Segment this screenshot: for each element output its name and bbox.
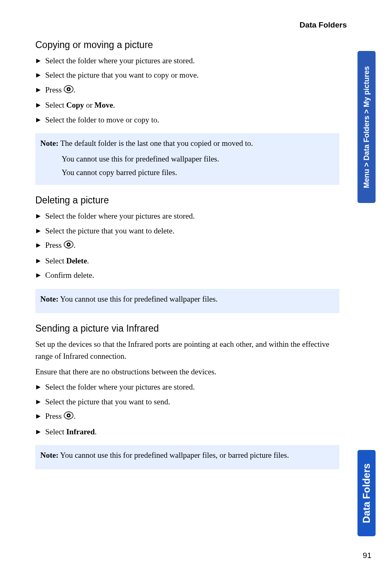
svg-point-5 [68,244,69,245]
step-text: . [87,256,89,265]
note-line: You cannot use this for predefined wallp… [62,153,334,165]
note-label: Note: [40,295,58,303]
steps-infrared: Select the folder where your pictures ar… [35,381,339,438]
note-line: Note: You cannot use this for predefined… [40,449,334,461]
page-number: 91 [363,551,371,560]
side-tab-section: Data Folders [357,450,376,536]
page: Data Folders Menu > Data Folders > My pi… [0,0,392,579]
note-line: Note: The default folder is the last one… [40,137,334,149]
page-header: Data Folders [35,21,367,30]
step-text: Press [45,241,64,249]
header-title: Data Folders [300,21,347,29]
step-text: . [113,101,115,109]
step: Select Infrared. [44,426,339,438]
step: Press . [44,239,339,252]
step-text: . [95,427,97,436]
step: Select the picture that you want to copy… [44,69,339,81]
note-label: Note: [40,451,58,459]
note-box-infrared: Note: You cannot use this for predefined… [35,445,339,469]
step-text: Select the picture that you want to send… [45,397,170,406]
step: Press . [44,410,339,423]
note-line: Note: You cannot use this for predefined… [40,293,334,305]
note-text: You cannot use this for predefined wallp… [58,451,289,459]
step: Confirm delete. [44,269,339,281]
step: Select the picture that you want to dele… [44,225,339,237]
heading-infrared: Sending a picture via Infrared [35,323,339,334]
svg-point-8 [68,415,69,416]
steps-delete: Select the folder where your pictures ar… [35,210,339,281]
step-text: Select the folder where your pictures ar… [45,56,195,65]
step-text: Select [45,101,66,109]
para: Set up the devices so that the Infrared … [35,338,339,362]
bold-move: Move [95,101,113,109]
note-box-copy-move: Note: The default folder is the last one… [35,133,339,185]
ok-key-icon [64,240,74,252]
step: Select Copy or Move. [44,99,339,111]
step-text: Press [45,412,64,420]
side-tab-top-wrap: Menu > Data Folders > My pictures [357,51,376,206]
note-label: Note: [40,139,58,148]
step: Select the folder to move or copy to. [44,114,339,126]
step-text: Select the folder to move or copy to. [45,115,159,124]
step-text: Select the picture that you want to copy… [45,71,199,79]
step-text: Select the folder where your pictures ar… [45,212,195,220]
ok-key-icon [64,85,74,97]
heading-delete: Deleting a picture [35,195,339,206]
bold-copy: Copy [66,101,84,109]
note-text: You cannot use this for predefined wallp… [58,295,217,303]
note-text: The default folder is the last one that … [58,139,253,148]
step-text: or [84,101,94,109]
svg-point-2 [68,88,69,90]
breadcrumb-text: Menu > Data Folders > My pictures [362,66,371,188]
steps-copy-move: Select the folder where your pictures ar… [35,55,339,126]
side-tab-breadcrumb: Menu > Data Folders > My pictures [357,51,376,203]
heading-copy-move: Copying or moving a picture [35,39,339,51]
step: Press . [44,84,339,97]
step-text: Select [45,427,66,436]
step-text: Confirm delete. [45,271,94,279]
bold-delete: Delete [66,256,87,265]
step: Select the folder where your pictures ar… [44,55,339,67]
side-tab-bottom-wrap: Data Folders [357,450,376,540]
note-line: You cannot copy barred picture files. [62,166,334,178]
step-text: . [74,412,76,420]
step: Select the folder where your pictures ar… [44,210,339,222]
ok-key-icon [64,411,74,423]
step-text: Select the folder where your pictures ar… [45,383,195,391]
step-text: Select [45,256,66,265]
step-text: Press [45,85,64,94]
para: Ensure that there are no obstructions be… [35,366,339,378]
step: Select the folder where your pictures ar… [44,381,339,393]
note-box-delete: Note: You cannot use this for predefined… [35,289,339,313]
content: Copying or moving a picture Select the f… [35,39,339,469]
section-tab-text: Data Folders [361,463,372,523]
step: Select the picture that you want to send… [44,396,339,408]
step-text: . [74,241,76,249]
step: Select Delete. [44,255,339,267]
bold-infrared: Infrared [66,427,95,436]
step-text: . [74,85,76,94]
step-text: Select the picture that you want to dele… [45,226,174,235]
